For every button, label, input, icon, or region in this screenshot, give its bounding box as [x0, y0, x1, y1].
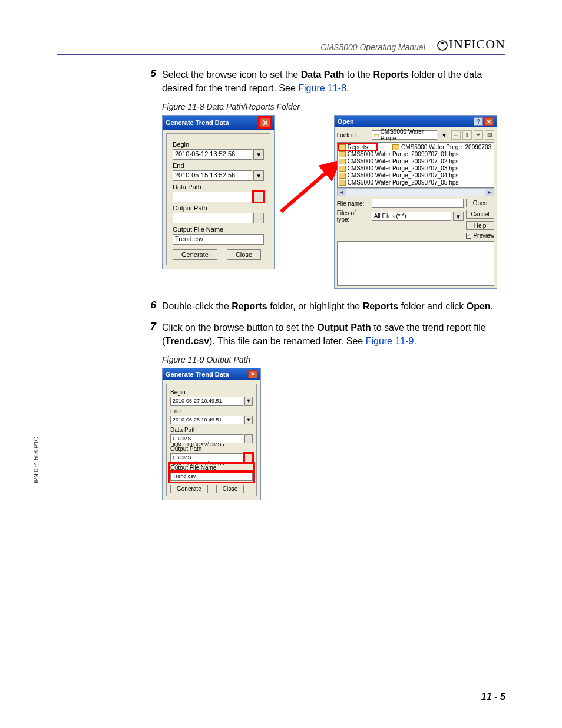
- svg-point-1: [441, 42, 444, 44]
- output-file-label: Output File Name: [173, 226, 264, 233]
- file-icon: [339, 166, 346, 172]
- folder-icon: 🗀: [373, 132, 379, 139]
- end-input[interactable]: 2010-06-28 10:49:51: [170, 416, 243, 424]
- folder-item[interactable]: Reports: [339, 144, 376, 150]
- generate-trend-dialog: Generate Trend Data ✕ Begin 2010-06-27 1…: [162, 368, 261, 500]
- doc-title: CMS5000 Operating Manual: [320, 42, 425, 52]
- browse-button[interactable]: [244, 434, 253, 443]
- file-icon: [339, 173, 346, 179]
- file-item[interactable]: CMS5000 Water Purge_20090707_04.hps: [339, 172, 492, 179]
- output-file-label: Output File Name: [170, 465, 253, 471]
- file-icon: [339, 159, 346, 164]
- folder-icon: [339, 144, 346, 150]
- end-input[interactable]: 2010-05-15 13:52:56: [173, 170, 252, 181]
- data-path-input[interactable]: [173, 192, 252, 202]
- brand-logo-icon: [437, 39, 448, 50]
- file-item[interactable]: CMS5000 Water Purge_20090707_01.hps: [339, 151, 492, 157]
- file-list[interactable]: Reports CMS5000 Water Purge_20090707_01.…: [337, 142, 494, 188]
- browse-button[interactable]: [253, 192, 264, 202]
- close-button[interactable]: Close: [227, 249, 261, 260]
- figure-link[interactable]: Figure 11-9: [366, 336, 414, 346]
- dropdown-icon[interactable]: ▼: [244, 397, 253, 406]
- dialog-title: Generate Trend Data: [166, 371, 229, 378]
- dialog-titlebar: Generate Trend Data ✕: [163, 116, 274, 130]
- output-file-input[interactable]: Trend.csv: [173, 234, 264, 245]
- close-icon[interactable]: ✕: [484, 117, 494, 126]
- end-label: End: [170, 408, 253, 414]
- close-icon[interactable]: ✕: [259, 117, 271, 128]
- checkbox-icon: ✓: [466, 233, 471, 239]
- step-body: Double-click the Reports folder, or high…: [162, 299, 493, 313]
- scroll-right-icon[interactable]: ►: [485, 189, 494, 196]
- back-icon[interactable]: ←: [451, 130, 461, 140]
- preview-pane: [337, 241, 494, 286]
- file-item[interactable]: CMS5000 Water Purge_20090707_02.hps: [339, 158, 492, 164]
- begin-input[interactable]: 2010-06-27 10:49:51: [170, 397, 243, 406]
- browse-button[interactable]: [244, 453, 253, 462]
- step-number: 5: [144, 68, 162, 95]
- view-menu-icon[interactable]: ▤: [485, 130, 494, 140]
- end-label: End: [173, 162, 264, 169]
- brand-name: INFICON: [449, 37, 505, 52]
- step-5: 5 Select the browse icon to set the Data…: [144, 68, 497, 95]
- page-header: CMS5000 Operating Manual INFICON: [57, 37, 505, 55]
- figure-link[interactable]: Figure 11-8: [298, 83, 346, 93]
- help-icon[interactable]: ?: [474, 117, 483, 126]
- horizontal-scrollbar[interactable]: ◄ ►: [337, 188, 494, 196]
- begin-label: Begin: [170, 389, 253, 396]
- brand: INFICON: [437, 37, 505, 52]
- preview-checkbox[interactable]: ✓ Preview: [466, 232, 494, 239]
- filetype-select[interactable]: All Files (*.*): [372, 212, 451, 221]
- main-content: 5 Select the browse icon to set the Data…: [144, 68, 497, 511]
- help-button[interactable]: Help: [466, 221, 494, 230]
- generate-button[interactable]: Generate: [173, 249, 217, 260]
- step-body: Click on the browse button to set the Ou…: [162, 321, 497, 348]
- dialog-titlebar: Generate Trend Data ✕: [163, 368, 260, 380]
- svg-line-2: [281, 160, 341, 212]
- figure-caption: Figure 11-8 Data Path/Reports Folder: [162, 102, 497, 111]
- filetype-label: Files of type:: [337, 210, 370, 223]
- figure-11-9: Generate Trend Data ✕ Begin 2010-06-27 1…: [162, 368, 497, 500]
- begin-label: Begin: [173, 141, 264, 148]
- browse-button[interactable]: [253, 213, 264, 223]
- step-6: 6 Double-click the Reports folder, or hi…: [144, 299, 497, 313]
- data-path-label: Data Path: [170, 427, 253, 433]
- dialog-title: Open: [338, 118, 354, 125]
- step-number: 6: [144, 299, 162, 313]
- output-path-input[interactable]: C:\CMS IQ\C0101\Data\CMS5: [170, 453, 243, 462]
- figure-caption: Figure 11-9 Output Path: [162, 355, 497, 364]
- dialog-title: Generate Trend Data: [166, 119, 229, 126]
- file-item[interactable]: CMS5000 Water Purge_20090703: [392, 144, 491, 150]
- dropdown-icon[interactable]: ▼: [253, 170, 264, 181]
- lookin-select[interactable]: 🗀 CMS5000 Water Purge: [372, 130, 437, 140]
- dropdown-icon[interactable]: ▼: [453, 212, 464, 221]
- up-one-level-icon[interactable]: ⇧: [462, 130, 472, 140]
- side-ipn: IPN 074-508-P1C: [33, 437, 39, 483]
- output-path-input[interactable]: [173, 213, 252, 223]
- scroll-left-icon[interactable]: ◄: [338, 189, 346, 196]
- file-item[interactable]: CMS5000 Water Purge_20090707_03.hps: [339, 165, 492, 172]
- open-dialog: Open ? ✕ Look in: 🗀 CMS5000 Water Purge …: [334, 115, 497, 289]
- dropdown-icon[interactable]: ▼: [244, 416, 253, 424]
- dialog-titlebar: Open ? ✕: [335, 116, 497, 127]
- page-number: 11 - 5: [481, 691, 505, 702]
- new-folder-icon[interactable]: ✳: [474, 130, 483, 140]
- generate-trend-dialog: Generate Trend Data ✕ Begin 2010-05-12 1…: [162, 115, 275, 269]
- dropdown-icon[interactable]: ▼: [253, 149, 264, 160]
- close-button[interactable]: Close: [216, 485, 244, 493]
- close-icon[interactable]: ✕: [248, 370, 257, 378]
- data-path-label: Data Path: [173, 183, 264, 190]
- file-icon: [392, 144, 399, 150]
- generate-button[interactable]: Generate: [170, 485, 208, 493]
- file-item[interactable]: CMS5000 Water Purge_20090707_05.hps: [339, 179, 492, 186]
- step-number: 7: [144, 321, 162, 348]
- dropdown-icon[interactable]: ▼: [439, 130, 449, 140]
- output-file-input[interactable]: Trend.csv: [170, 472, 253, 481]
- output-path-label: Output Path: [173, 205, 264, 212]
- begin-input[interactable]: 2010-05-12 13:52:56: [173, 149, 252, 160]
- open-button[interactable]: Open: [466, 199, 494, 207]
- filename-input[interactable]: [372, 199, 464, 208]
- lookin-label: Look in:: [337, 132, 370, 139]
- cancel-button[interactable]: Cancel: [466, 210, 494, 219]
- data-path-input[interactable]: C:\CMS IQ\C0101\Data\CMS5: [170, 434, 243, 443]
